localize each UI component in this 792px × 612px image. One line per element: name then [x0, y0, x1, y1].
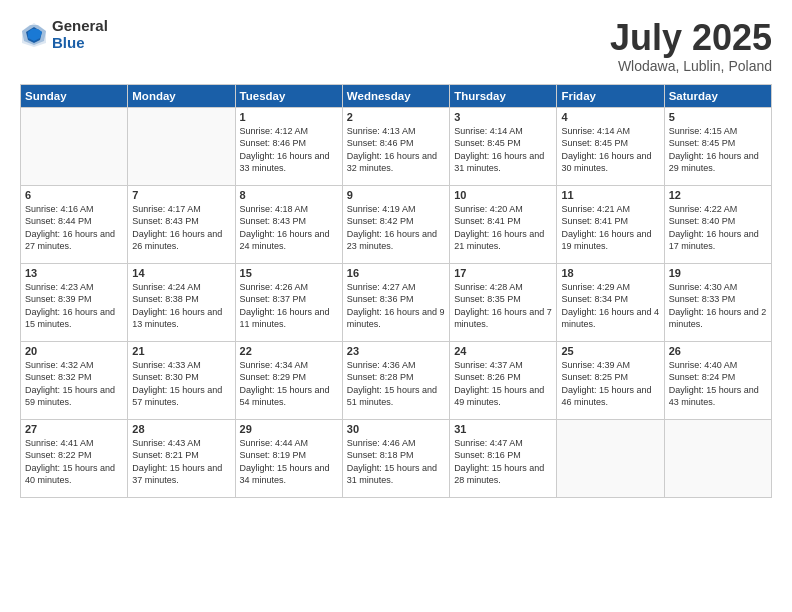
cell-content: Sunrise: 4:28 AM Sunset: 8:35 PM Dayligh… — [454, 281, 552, 331]
cell-content: Sunrise: 4:14 AM Sunset: 8:45 PM Dayligh… — [454, 125, 552, 175]
day-number: 23 — [347, 345, 445, 357]
calendar-cell: 7Sunrise: 4:17 AM Sunset: 8:43 PM Daylig… — [128, 185, 235, 263]
calendar-cell: 16Sunrise: 4:27 AM Sunset: 8:36 PM Dayli… — [342, 263, 449, 341]
calendar-cell: 25Sunrise: 4:39 AM Sunset: 8:25 PM Dayli… — [557, 341, 664, 419]
calendar-cell: 27Sunrise: 4:41 AM Sunset: 8:22 PM Dayli… — [21, 419, 128, 497]
cell-content: Sunrise: 4:47 AM Sunset: 8:16 PM Dayligh… — [454, 437, 552, 487]
calendar-header-row: Sunday Monday Tuesday Wednesday Thursday… — [21, 84, 772, 107]
calendar-cell: 5Sunrise: 4:15 AM Sunset: 8:45 PM Daylig… — [664, 107, 771, 185]
header: General Blue July 2025 Wlodawa, Lublin, … — [20, 18, 772, 74]
day-number: 11 — [561, 189, 659, 201]
cell-content: Sunrise: 4:40 AM Sunset: 8:24 PM Dayligh… — [669, 359, 767, 409]
day-number: 10 — [454, 189, 552, 201]
cell-content: Sunrise: 4:20 AM Sunset: 8:41 PM Dayligh… — [454, 203, 552, 253]
logo: General Blue — [20, 18, 108, 51]
calendar-cell: 17Sunrise: 4:28 AM Sunset: 8:35 PM Dayli… — [450, 263, 557, 341]
logo-general: General — [52, 18, 108, 35]
logo-blue: Blue — [52, 35, 108, 52]
calendar-cell: 29Sunrise: 4:44 AM Sunset: 8:19 PM Dayli… — [235, 419, 342, 497]
calendar-cell: 6Sunrise: 4:16 AM Sunset: 8:44 PM Daylig… — [21, 185, 128, 263]
calendar-cell: 14Sunrise: 4:24 AM Sunset: 8:38 PM Dayli… — [128, 263, 235, 341]
calendar-cell: 28Sunrise: 4:43 AM Sunset: 8:21 PM Dayli… — [128, 419, 235, 497]
calendar-cell: 1Sunrise: 4:12 AM Sunset: 8:46 PM Daylig… — [235, 107, 342, 185]
calendar-cell — [557, 419, 664, 497]
day-number: 19 — [669, 267, 767, 279]
cell-content: Sunrise: 4:33 AM Sunset: 8:30 PM Dayligh… — [132, 359, 230, 409]
logo-text: General Blue — [52, 18, 108, 51]
day-number: 20 — [25, 345, 123, 357]
calendar-cell: 15Sunrise: 4:26 AM Sunset: 8:37 PM Dayli… — [235, 263, 342, 341]
cell-content: Sunrise: 4:12 AM Sunset: 8:46 PM Dayligh… — [240, 125, 338, 175]
col-wednesday: Wednesday — [342, 84, 449, 107]
day-number: 28 — [132, 423, 230, 435]
cell-content: Sunrise: 4:30 AM Sunset: 8:33 PM Dayligh… — [669, 281, 767, 331]
cell-content: Sunrise: 4:46 AM Sunset: 8:18 PM Dayligh… — [347, 437, 445, 487]
day-number: 24 — [454, 345, 552, 357]
calendar-cell: 3Sunrise: 4:14 AM Sunset: 8:45 PM Daylig… — [450, 107, 557, 185]
day-number: 4 — [561, 111, 659, 123]
cell-content: Sunrise: 4:34 AM Sunset: 8:29 PM Dayligh… — [240, 359, 338, 409]
calendar-cell — [21, 107, 128, 185]
calendar-cell: 19Sunrise: 4:30 AM Sunset: 8:33 PM Dayli… — [664, 263, 771, 341]
day-number: 3 — [454, 111, 552, 123]
day-number: 29 — [240, 423, 338, 435]
calendar-week-2: 13Sunrise: 4:23 AM Sunset: 8:39 PM Dayli… — [21, 263, 772, 341]
calendar-cell — [664, 419, 771, 497]
cell-content: Sunrise: 4:29 AM Sunset: 8:34 PM Dayligh… — [561, 281, 659, 331]
day-number: 15 — [240, 267, 338, 279]
col-monday: Monday — [128, 84, 235, 107]
day-number: 21 — [132, 345, 230, 357]
cell-content: Sunrise: 4:14 AM Sunset: 8:45 PM Dayligh… — [561, 125, 659, 175]
day-number: 26 — [669, 345, 767, 357]
cell-content: Sunrise: 4:19 AM Sunset: 8:42 PM Dayligh… — [347, 203, 445, 253]
cell-content: Sunrise: 4:37 AM Sunset: 8:26 PM Dayligh… — [454, 359, 552, 409]
calendar-week-0: 1Sunrise: 4:12 AM Sunset: 8:46 PM Daylig… — [21, 107, 772, 185]
day-number: 16 — [347, 267, 445, 279]
col-thursday: Thursday — [450, 84, 557, 107]
day-number: 18 — [561, 267, 659, 279]
day-number: 2 — [347, 111, 445, 123]
calendar-cell: 31Sunrise: 4:47 AM Sunset: 8:16 PM Dayli… — [450, 419, 557, 497]
calendar-cell: 30Sunrise: 4:46 AM Sunset: 8:18 PM Dayli… — [342, 419, 449, 497]
cell-content: Sunrise: 4:43 AM Sunset: 8:21 PM Dayligh… — [132, 437, 230, 487]
calendar-cell: 26Sunrise: 4:40 AM Sunset: 8:24 PM Dayli… — [664, 341, 771, 419]
calendar-cell: 24Sunrise: 4:37 AM Sunset: 8:26 PM Dayli… — [450, 341, 557, 419]
page: General Blue July 2025 Wlodawa, Lublin, … — [0, 0, 792, 612]
day-number: 30 — [347, 423, 445, 435]
calendar-week-4: 27Sunrise: 4:41 AM Sunset: 8:22 PM Dayli… — [21, 419, 772, 497]
logo-icon — [20, 21, 48, 49]
calendar-cell: 11Sunrise: 4:21 AM Sunset: 8:41 PM Dayli… — [557, 185, 664, 263]
day-number: 6 — [25, 189, 123, 201]
cell-content: Sunrise: 4:36 AM Sunset: 8:28 PM Dayligh… — [347, 359, 445, 409]
cell-content: Sunrise: 4:24 AM Sunset: 8:38 PM Dayligh… — [132, 281, 230, 331]
calendar-cell — [128, 107, 235, 185]
day-number: 25 — [561, 345, 659, 357]
cell-content: Sunrise: 4:16 AM Sunset: 8:44 PM Dayligh… — [25, 203, 123, 253]
calendar-week-1: 6Sunrise: 4:16 AM Sunset: 8:44 PM Daylig… — [21, 185, 772, 263]
calendar-cell: 20Sunrise: 4:32 AM Sunset: 8:32 PM Dayli… — [21, 341, 128, 419]
calendar-cell: 23Sunrise: 4:36 AM Sunset: 8:28 PM Dayli… — [342, 341, 449, 419]
day-number: 31 — [454, 423, 552, 435]
calendar-cell: 18Sunrise: 4:29 AM Sunset: 8:34 PM Dayli… — [557, 263, 664, 341]
cell-content: Sunrise: 4:26 AM Sunset: 8:37 PM Dayligh… — [240, 281, 338, 331]
cell-content: Sunrise: 4:15 AM Sunset: 8:45 PM Dayligh… — [669, 125, 767, 175]
title-area: July 2025 Wlodawa, Lublin, Poland — [610, 18, 772, 74]
calendar-cell: 4Sunrise: 4:14 AM Sunset: 8:45 PM Daylig… — [557, 107, 664, 185]
day-number: 9 — [347, 189, 445, 201]
calendar-cell: 10Sunrise: 4:20 AM Sunset: 8:41 PM Dayli… — [450, 185, 557, 263]
calendar-cell: 2Sunrise: 4:13 AM Sunset: 8:46 PM Daylig… — [342, 107, 449, 185]
calendar-cell: 9Sunrise: 4:19 AM Sunset: 8:42 PM Daylig… — [342, 185, 449, 263]
calendar-cell: 8Sunrise: 4:18 AM Sunset: 8:43 PM Daylig… — [235, 185, 342, 263]
cell-content: Sunrise: 4:39 AM Sunset: 8:25 PM Dayligh… — [561, 359, 659, 409]
calendar: Sunday Monday Tuesday Wednesday Thursday… — [20, 84, 772, 498]
day-number: 14 — [132, 267, 230, 279]
day-number: 5 — [669, 111, 767, 123]
day-number: 22 — [240, 345, 338, 357]
month-title: July 2025 — [610, 18, 772, 58]
col-friday: Friday — [557, 84, 664, 107]
cell-content: Sunrise: 4:13 AM Sunset: 8:46 PM Dayligh… — [347, 125, 445, 175]
cell-content: Sunrise: 4:27 AM Sunset: 8:36 PM Dayligh… — [347, 281, 445, 331]
day-number: 27 — [25, 423, 123, 435]
cell-content: Sunrise: 4:21 AM Sunset: 8:41 PM Dayligh… — [561, 203, 659, 253]
cell-content: Sunrise: 4:17 AM Sunset: 8:43 PM Dayligh… — [132, 203, 230, 253]
